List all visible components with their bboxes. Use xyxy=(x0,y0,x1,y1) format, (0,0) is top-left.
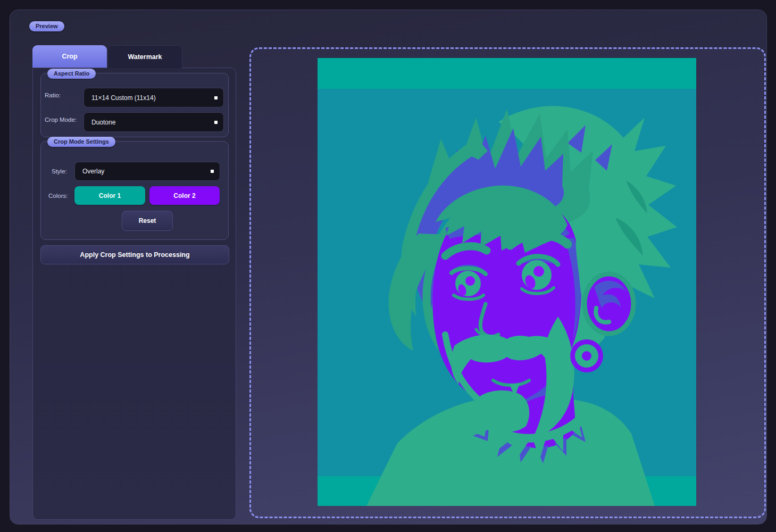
tab-crop[interactable]: Crop xyxy=(32,45,107,68)
duotone-preview-image xyxy=(318,58,696,506)
aspect-ratio-badge: Aspect Ratio xyxy=(47,69,96,79)
color-2-button[interactable]: Color 2 xyxy=(149,186,220,205)
reset-button[interactable]: Reset xyxy=(122,211,173,231)
style-select[interactable]: Overlay xyxy=(74,162,220,181)
crop-settings-panel: Aspect Ratio Ratio: 11×14 Custom (11x14)… xyxy=(32,68,236,520)
dropdown-indicator-icon xyxy=(211,170,214,173)
dropdown-indicator-icon xyxy=(214,121,218,124)
crop-mode-select[interactable]: Duotone xyxy=(84,112,224,132)
tab-watermark[interactable]: Watermark xyxy=(107,45,182,68)
crop-mode-settings-card: Crop Mode Settings Style: Overlay Colors… xyxy=(40,141,229,240)
preview-badge: Preview xyxy=(29,21,64,31)
aspect-ratio-card: Aspect Ratio Ratio: 11×14 Custom (11x14)… xyxy=(40,73,229,137)
ratio-label: Ratio: xyxy=(45,92,61,98)
app-container: Preview Crop Watermark Aspect Ratio Rati… xyxy=(10,10,767,525)
crop-mode-label: Crop Mode: xyxy=(45,117,77,123)
style-label: Style: xyxy=(52,168,67,174)
color-1-button[interactable]: Color 1 xyxy=(74,186,145,205)
apply-crop-settings-button[interactable]: Apply Crop Settings to Processing xyxy=(40,245,229,264)
colors-label: Colors: xyxy=(48,193,68,199)
style-select-value: Overlay xyxy=(82,168,104,175)
ratio-select[interactable]: 11×14 Custom (11x14) xyxy=(84,88,224,107)
crop-mode-settings-badge: Crop Mode Settings xyxy=(47,137,115,147)
crop-mode-select-value: Duotone xyxy=(91,119,115,126)
dropdown-indicator-icon xyxy=(214,96,218,99)
ratio-select-value: 11×14 Custom (11x14) xyxy=(91,94,156,102)
